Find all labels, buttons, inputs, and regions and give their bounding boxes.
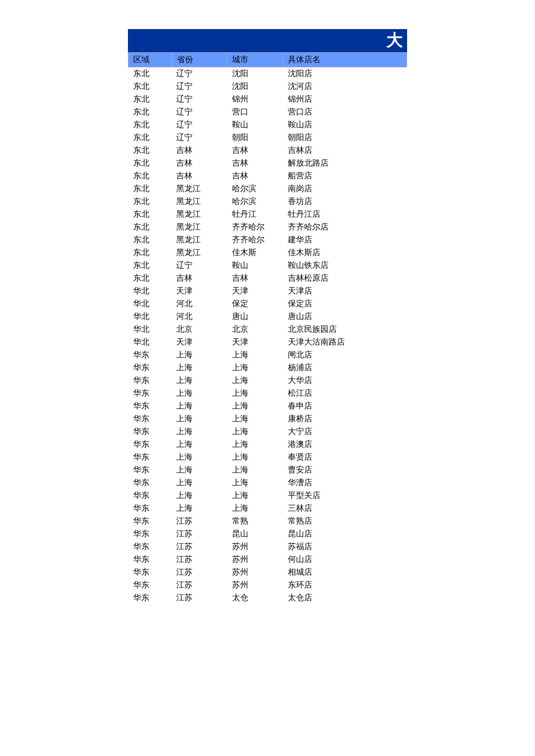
table-header-row: 区域 省份 城市 具体店名 — [129, 53, 407, 67]
table-row: 华北天津天津天津大沽南路店 — [129, 336, 407, 349]
cell-29-3: 港澳店 — [283, 438, 407, 451]
cell-12-2: 齐齐哈尔 — [227, 221, 283, 234]
table-row: 华东江苏太仓太仓店 — [129, 592, 407, 604]
cell-17-1: 天津 — [172, 285, 227, 298]
table-row: 东北吉林吉林吉林松原店 — [129, 272, 407, 285]
cell-19-2: 唐山 — [227, 310, 283, 323]
cell-6-1: 吉林 — [172, 144, 227, 157]
cell-18-2: 保定 — [227, 298, 283, 310]
cell-2-0: 东北 — [129, 93, 172, 106]
cell-0-3: 沈阳店 — [283, 67, 407, 81]
cell-2-1: 辽宁 — [172, 93, 227, 106]
table-row: 华北天津天津天津店 — [129, 285, 407, 298]
cell-1-1: 辽宁 — [172, 80, 227, 93]
cell-14-0: 东北 — [129, 246, 172, 259]
cell-1-3: 沈河店 — [283, 80, 407, 93]
cell-4-2: 鞍山 — [227, 119, 283, 131]
cell-41-3: 太仓店 — [283, 592, 407, 604]
cell-15-3: 鞍山铁东店 — [283, 259, 407, 272]
cell-18-1: 河北 — [172, 298, 227, 310]
cell-27-3: 康桥店 — [283, 413, 407, 425]
cell-1-0: 东北 — [129, 80, 172, 93]
table-row: 华东上海上海春申店 — [129, 400, 407, 413]
table-row: 东北黑龙江佳木斯佳木斯店 — [129, 246, 407, 259]
cell-25-0: 华东 — [129, 387, 172, 400]
cell-31-2: 上海 — [227, 464, 283, 476]
table-row: 华北北京北京北京民族园店 — [129, 323, 407, 336]
cell-24-2: 上海 — [227, 374, 283, 387]
table-row: 华东上海上海曹安店 — [129, 464, 407, 476]
cell-26-1: 上海 — [172, 400, 227, 413]
cell-26-3: 春申店 — [283, 400, 407, 413]
cell-24-0: 华东 — [129, 374, 172, 387]
cell-26-0: 华东 — [129, 400, 172, 413]
cell-7-0: 东北 — [129, 157, 172, 170]
cell-36-3: 昆山店 — [283, 528, 407, 540]
table-row: 东北辽宁鞍山鞍山铁东店 — [129, 259, 407, 272]
cell-19-1: 河北 — [172, 310, 227, 323]
cell-2-2: 锦州 — [227, 93, 283, 106]
table-row: 东北辽宁锦州锦州店 — [129, 93, 407, 106]
cell-40-2: 苏州 — [227, 579, 283, 592]
cell-4-0: 东北 — [129, 119, 172, 131]
cell-21-2: 天津 — [227, 336, 283, 349]
cell-30-0: 华东 — [129, 451, 172, 464]
cell-28-3: 大宁店 — [283, 425, 407, 438]
cell-34-1: 上海 — [172, 502, 227, 515]
cell-5-1: 辽宁 — [172, 131, 227, 144]
table-row: 华东上海上海闸北店 — [129, 349, 407, 361]
table-row: 华东上海上海大华店 — [129, 374, 407, 387]
cell-3-0: 东北 — [129, 106, 172, 119]
table-row: 东北辽宁朝阳朝阳店 — [129, 131, 407, 144]
cell-0-1: 辽宁 — [172, 67, 227, 81]
cell-11-3: 牡丹江店 — [283, 208, 407, 221]
cell-17-3: 天津店 — [283, 285, 407, 298]
cell-28-0: 华东 — [129, 425, 172, 438]
cell-26-2: 上海 — [227, 400, 283, 413]
cell-25-3: 松江店 — [283, 387, 407, 400]
cell-35-0: 华东 — [129, 515, 172, 528]
cell-39-3: 相城店 — [283, 566, 407, 579]
table-row: 华东上海上海平型关店 — [129, 489, 407, 502]
table-row: 华东上海上海松江店 — [129, 387, 407, 400]
cell-0-0: 东北 — [129, 67, 172, 81]
cell-40-1: 江苏 — [172, 579, 227, 592]
table-row: 东北黑龙江哈尔滨香坊店 — [129, 195, 407, 208]
cell-28-1: 上海 — [172, 425, 227, 438]
cell-34-2: 上海 — [227, 502, 283, 515]
cell-34-0: 华东 — [129, 502, 172, 515]
cell-27-1: 上海 — [172, 413, 227, 425]
cell-37-2: 苏州 — [227, 540, 283, 553]
cell-39-0: 华东 — [129, 566, 172, 579]
table-row: 华东上海上海奉贤店 — [129, 451, 407, 464]
cell-11-0: 东北 — [129, 208, 172, 221]
cell-38-0: 华东 — [129, 553, 172, 566]
cell-20-1: 北京 — [172, 323, 227, 336]
table-row: 华东上海上海大宁店 — [129, 425, 407, 438]
cell-41-0: 华东 — [129, 592, 172, 604]
table-row: 华东上海上海三林店 — [129, 502, 407, 515]
cell-3-2: 营口 — [227, 106, 283, 119]
cell-16-1: 吉林 — [172, 272, 227, 285]
table-row: 华东江苏苏州何山店 — [129, 553, 407, 566]
cell-30-2: 上海 — [227, 451, 283, 464]
cell-8-3: 船营店 — [283, 170, 407, 182]
cell-38-3: 何山店 — [283, 553, 407, 566]
table-row: 东北吉林吉林吉林店 — [129, 144, 407, 157]
cell-14-3: 佳木斯店 — [283, 246, 407, 259]
cell-40-3: 东环店 — [283, 579, 407, 592]
cell-39-2: 苏州 — [227, 566, 283, 579]
cell-16-2: 吉林 — [227, 272, 283, 285]
cell-29-1: 上海 — [172, 438, 227, 451]
cell-12-0: 东北 — [129, 221, 172, 234]
cell-33-0: 华东 — [129, 489, 172, 502]
cell-31-3: 曹安店 — [283, 464, 407, 476]
cell-22-0: 华东 — [129, 349, 172, 361]
cell-22-1: 上海 — [172, 349, 227, 361]
cell-13-2: 齐齐哈尔 — [227, 234, 283, 246]
cell-10-1: 黑龙江 — [172, 195, 227, 208]
cell-17-0: 华北 — [129, 285, 172, 298]
cell-15-0: 东北 — [129, 259, 172, 272]
col-header-city: 城市 — [227, 53, 283, 67]
table-row: 东北黑龙江哈尔滨南岗店 — [129, 182, 407, 195]
